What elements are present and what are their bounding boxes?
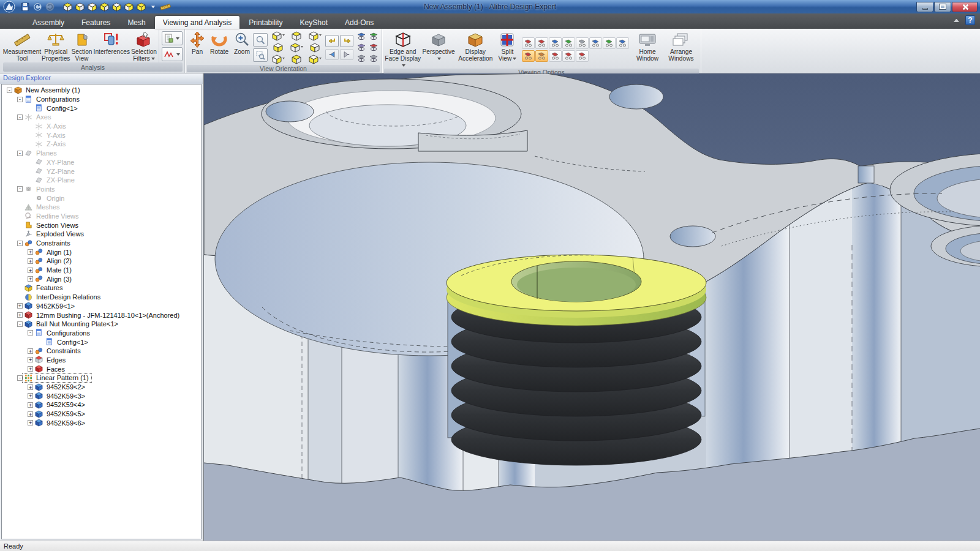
tree-item-9452k59-4-[interactable]: +9452K59<4> — [2, 400, 201, 410]
tree-item-planes[interactable]: -Planes — [2, 149, 201, 158]
tree-item-configurations[interactable]: -Configurations — [2, 329, 201, 338]
tab-keyshot[interactable]: KeyShot — [292, 16, 336, 29]
tree-item-meshes[interactable]: Meshes — [2, 203, 201, 212]
views-dropdown-button[interactable] — [148, 1, 159, 12]
tree-item-interdesign-relations[interactable]: InterDesign Relations — [2, 293, 201, 302]
tree-item-origin[interactable]: Origin — [2, 193, 201, 203]
zoom-button[interactable]: Zoom — [231, 30, 253, 65]
collapse-icon[interactable]: - — [17, 97, 23, 102]
view-left-cube-button[interactable] — [86, 1, 97, 12]
tab-assembly[interactable]: Assembly — [24, 16, 72, 29]
expand-icon[interactable]: + — [28, 249, 33, 255]
viewing-toggle-b5-button[interactable] — [576, 50, 589, 62]
viewing-toggle-5-button[interactable] — [576, 37, 589, 49]
tree-item-y-axis[interactable]: Y-Axis — [2, 130, 201, 140]
mini-toggle-1-button[interactable] — [355, 31, 368, 42]
tree-item-align-1-[interactable]: +Align (1) — [2, 247, 201, 257]
interferences-button[interactable]: Interferences — [93, 30, 130, 62]
viewing-toggle-7-button[interactable] — [603, 37, 616, 49]
expand-icon[interactable]: + — [28, 366, 33, 372]
viewing-toggle-b3-button[interactable] — [549, 50, 562, 62]
tree-item-faces[interactable]: +Faces — [2, 364, 201, 373]
expand-icon[interactable]: + — [28, 348, 33, 354]
tree-item-redline-views[interactable]: Redline Views — [2, 212, 201, 221]
tree-item-constraints[interactable]: +Constraints — [2, 347, 201, 356]
view-cube-9-button[interactable] — [306, 53, 324, 65]
report-tool-button[interactable] — [162, 31, 183, 45]
next-view-button[interactable] — [340, 49, 353, 60]
tree-item-12mm-bushing-jfm-121418-10-1-anchored-[interactable]: +12mm Bushing - JFM-121418-10<1>(Anchore… — [2, 310, 201, 320]
tree-item-9452k59-1-[interactable]: +9452K59<1> — [2, 302, 201, 311]
viewing-toggle-1-button[interactable] — [522, 37, 535, 49]
view-back-cube-button[interactable] — [74, 1, 85, 12]
tree-item-ball-nut-mounting-plate-1-[interactable]: -Ball Nut Mounting Plate<1> — [2, 320, 201, 329]
close-button[interactable] — [952, 2, 978, 12]
collapse-icon[interactable]: - — [17, 321, 23, 327]
tab-viewing-and-analysis[interactable]: Viewing and Analysis — [155, 16, 240, 29]
display-acceleration-button[interactable]: Display Acceleration — [456, 30, 496, 69]
tree-item-config-1-[interactable]: Config<1> — [2, 103, 201, 113]
view-front-cube-button[interactable] — [62, 1, 73, 12]
view-top-cube-button[interactable] — [111, 1, 122, 12]
tree-item-edges[interactable]: +Edges — [2, 356, 201, 365]
tree-item-axes[interactable]: -Axes — [2, 113, 201, 122]
tree-item-new-assembly-1-[interactable]: -New Assembly (1) — [2, 86, 201, 95]
expand-icon[interactable]: + — [28, 402, 33, 408]
viewing-toggle-8-button[interactable] — [616, 37, 629, 49]
physical-properties-button[interactable]: Physical Properties — [41, 30, 70, 62]
tree-item-configurations[interactable]: -Configurations — [2, 95, 201, 104]
previous-view-button[interactable] — [325, 49, 339, 60]
perspective-button[interactable]: Perspective — [421, 30, 455, 69]
viewing-toggle-6-button[interactable] — [589, 37, 602, 49]
help-button[interactable]: ? — [965, 15, 975, 25]
tree-item-9452k59-3-[interactable]: +9452K59<3> — [2, 391, 201, 400]
expand-icon[interactable]: + — [28, 276, 33, 282]
collapse-icon[interactable]: - — [17, 186, 23, 192]
expand-icon[interactable]: + — [17, 303, 23, 309]
viewing-toggle-b4-button[interactable] — [562, 50, 575, 62]
collapse-icon[interactable]: - — [17, 375, 23, 381]
tab-features[interactable]: Features — [74, 16, 118, 29]
undo-button[interactable] — [32, 1, 43, 12]
redo-button[interactable] — [44, 1, 55, 12]
zoom-select-button[interactable] — [253, 48, 268, 62]
viewing-toggle-2-button[interactable] — [535, 37, 548, 49]
expand-icon[interactable]: + — [28, 384, 33, 390]
minimize-button[interactable] — [916, 2, 933, 12]
measurement-tool-button[interactable]: Measurement Tool — [3, 30, 41, 62]
expand-icon[interactable]: + — [28, 411, 33, 417]
edge-and-face-display-button[interactable]: Edge and Face Display — [384, 30, 421, 69]
expand-icon[interactable]: + — [28, 268, 33, 273]
collapse-icon[interactable]: - — [7, 88, 12, 93]
collapse-icon[interactable]: - — [17, 114, 23, 120]
collapse-icon[interactable]: - — [17, 241, 23, 246]
tree-item-constraints[interactable]: -Constraints — [2, 239, 201, 248]
tree-item-mate-1-[interactable]: +Mate (1) — [2, 266, 201, 275]
save-button[interactable] — [20, 1, 31, 12]
expand-icon[interactable]: + — [28, 393, 33, 399]
tree-item-features[interactable]: Features — [2, 283, 201, 293]
tree-item-yz-plane[interactable]: YZ-Plane — [2, 167, 201, 176]
collapse-icon[interactable]: - — [17, 151, 23, 156]
tree-item-linear-pattern-1-[interactable]: -Linear Pattern (1) — [2, 373, 201, 383]
rotate-button[interactable]: Rotate — [208, 30, 231, 65]
split-view-button[interactable]: Split View — [496, 30, 519, 69]
view-cube-2-button[interactable] — [287, 30, 306, 42]
view-cube-5-button[interactable] — [287, 42, 306, 53]
expand-icon[interactable]: + — [17, 312, 23, 318]
view-cube-8-button[interactable] — [287, 53, 306, 65]
expand-icon[interactable]: + — [28, 357, 33, 362]
tree-item-section-views[interactable]: Section Views — [2, 220, 201, 230]
tab-mesh[interactable]: Mesh — [119, 16, 153, 29]
section-view-button[interactable]: Section View — [70, 30, 92, 62]
tree-item-x-axis[interactable]: X-Axis — [2, 122, 201, 131]
viewing-toggle-b1-button[interactable] — [522, 50, 535, 62]
home-window-button[interactable]: Home Window — [631, 30, 663, 69]
view-cube-3-button[interactable] — [306, 30, 324, 42]
tree-item-z-axis[interactable]: Z-Axis — [2, 140, 201, 149]
view-iso-cube-button[interactable] — [135, 1, 146, 12]
tree-item-exploded-views[interactable]: Exploded Views — [2, 230, 201, 239]
mini-toggle-4-button[interactable] — [368, 42, 380, 53]
tree-item-zx-plane[interactable]: ZX-Plane — [2, 176, 201, 185]
mini-toggle-2-button[interactable] — [368, 31, 380, 42]
